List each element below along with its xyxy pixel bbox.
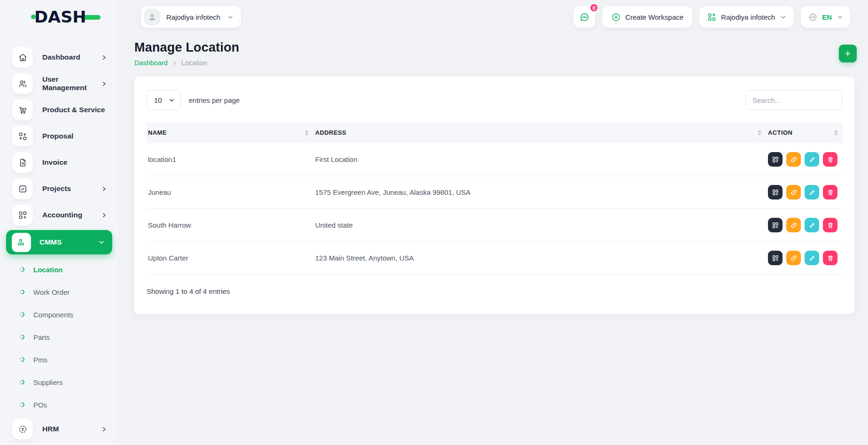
- sidebar-item-cmms[interactable]: CMMS: [6, 230, 112, 254]
- sidebar-item-label: Product & Service: [42, 106, 105, 114]
- link-icon: [790, 222, 798, 229]
- column-header-name[interactable]: NAME: [147, 122, 314, 143]
- submenu-label: Pms: [33, 356, 47, 364]
- link-icon: [790, 189, 798, 196]
- submenu-item-pos[interactable]: POs: [0, 393, 118, 416]
- trash-icon: [827, 156, 834, 163]
- submenu-item-location[interactable]: Location: [0, 258, 118, 281]
- submenu-label: Parts: [33, 333, 50, 341]
- bullet-icon: [19, 266, 25, 273]
- chevron-right-icon: [101, 212, 107, 218]
- qr-details-button[interactable]: [768, 218, 783, 232]
- chevron-down-icon: [780, 14, 786, 20]
- submenu-item-parts[interactable]: Parts: [0, 326, 118, 348]
- submenu-label: Location: [33, 266, 63, 274]
- edit-button[interactable]: [805, 251, 819, 265]
- qr-details-button[interactable]: [768, 251, 783, 265]
- submenu-label: Components: [33, 311, 73, 319]
- chevron-right-icon: [172, 61, 177, 66]
- topbar-right: 0 Create Workspace Rajodiya infotech: [574, 6, 850, 28]
- trash-icon: [827, 254, 834, 262]
- sidebar-item-projects[interactable]: Projects: [0, 176, 118, 202]
- sort-icon[interactable]: [758, 130, 761, 136]
- language-code: EN: [822, 13, 832, 21]
- qr-icon: [772, 156, 779, 163]
- edit-button[interactable]: [805, 185, 819, 199]
- plus-icon: [844, 49, 852, 58]
- sidebar-item-label: HRM: [42, 425, 59, 433]
- chevron-down-icon: [169, 97, 175, 103]
- table-header-row: NAME ADDRESS ACTION: [147, 122, 843, 143]
- sort-icon[interactable]: [834, 130, 838, 136]
- chevron-down-icon: [227, 14, 233, 20]
- delete-button[interactable]: [823, 251, 837, 265]
- users-icon: [12, 73, 33, 94]
- trash-icon: [827, 222, 834, 229]
- entries-per-page-select[interactable]: 10: [147, 90, 181, 110]
- sidebar-item-user-management[interactable]: User Management: [0, 70, 118, 97]
- edit-button[interactable]: [805, 152, 819, 167]
- sort-icon[interactable]: [305, 130, 309, 136]
- delete-button[interactable]: [823, 218, 837, 232]
- home-icon: [12, 47, 33, 68]
- sidebar-item-label: User Management: [42, 75, 101, 92]
- submenu-item-suppliers[interactable]: Suppliers: [0, 371, 118, 393]
- chevron-right-icon: [101, 81, 107, 87]
- cell-name: location1: [147, 143, 314, 176]
- cell-address: United state: [314, 209, 767, 242]
- chat-icon: [579, 12, 590, 23]
- submenu-label: Work Order: [33, 288, 70, 296]
- sidebar-item-hrm[interactable]: HRM: [0, 416, 118, 442]
- qr-details-button[interactable]: [768, 152, 783, 167]
- bullet-icon: [19, 289, 25, 295]
- chevron-right-icon: [101, 54, 107, 61]
- pencil-icon: [808, 222, 816, 229]
- table-row: Juneau 1575 Evergreen Ave, Juneau, Alask…: [147, 176, 843, 209]
- sidebar-item-label: Invoice: [42, 158, 67, 167]
- copy-link-button[interactable]: [786, 251, 801, 265]
- submenu-label: Suppliers: [33, 378, 63, 386]
- sidebar-item-invoice[interactable]: Invoice: [0, 149, 118, 176]
- copy-link-button[interactable]: [786, 152, 801, 167]
- copy-link-button[interactable]: [786, 185, 801, 199]
- cell-address: 1575 Evergreen Ave, Juneau, Alaska 99801…: [314, 176, 767, 209]
- sidebar-item-accounting[interactable]: Accounting: [0, 202, 118, 228]
- bullet-icon: [19, 334, 25, 340]
- submenu-item-work-order[interactable]: Work Order: [0, 281, 118, 303]
- breadcrumb-dashboard-link[interactable]: Dashboard: [134, 59, 168, 67]
- table-row: South Harrow United state: [147, 209, 843, 242]
- messages-button[interactable]: 0: [574, 6, 595, 28]
- logo-row: DASH: [0, 0, 118, 34]
- table-row: Upton Carter 123 Main Street, Anytown, U…: [147, 242, 843, 275]
- sidebar-item-label: Dashboard: [42, 53, 80, 61]
- user-menu-label: Rajodiya infotech: [166, 13, 220, 21]
- chevron-right-icon: [101, 186, 107, 192]
- submenu-item-components[interactable]: Components: [0, 303, 118, 326]
- language-selector[interactable]: EN: [801, 6, 850, 28]
- dash-logo[interactable]: DASH: [31, 8, 101, 26]
- delete-button[interactable]: [823, 152, 837, 167]
- grid-plus-icon: [12, 205, 33, 225]
- submenu-item-pms[interactable]: Pms: [0, 348, 118, 371]
- breadcrumb-current: Location: [181, 59, 207, 67]
- table-row: location1 First Location: [147, 143, 843, 176]
- sidebar-item-product-service[interactable]: Product & Service: [0, 97, 118, 123]
- user-menu[interactable]: Rajodiya infotech: [141, 6, 241, 28]
- add-location-button[interactable]: [839, 45, 857, 62]
- cell-name: Upton Carter: [147, 242, 314, 275]
- sidebar-item-dashboard[interactable]: Dashboard: [0, 44, 118, 70]
- copy-link-button[interactable]: [786, 218, 801, 232]
- pencil-icon: [808, 254, 816, 262]
- delete-button[interactable]: [823, 185, 837, 199]
- edit-button[interactable]: [805, 218, 819, 232]
- qr-details-button[interactable]: [768, 185, 783, 199]
- entries-per-page-value: 10: [154, 96, 162, 104]
- column-header-action[interactable]: ACTION: [767, 122, 843, 143]
- column-header-address[interactable]: ADDRESS: [314, 122, 767, 143]
- cell-address: 123 Main Street, Anytown, USA: [314, 242, 767, 275]
- workspace-switcher[interactable]: Rajodiya infotech: [699, 6, 794, 28]
- search-input[interactable]: [745, 90, 842, 110]
- sidebar-item-proposal[interactable]: Proposal: [0, 123, 118, 149]
- create-workspace-button[interactable]: Create Workspace: [602, 6, 692, 28]
- qr-icon: [772, 254, 779, 262]
